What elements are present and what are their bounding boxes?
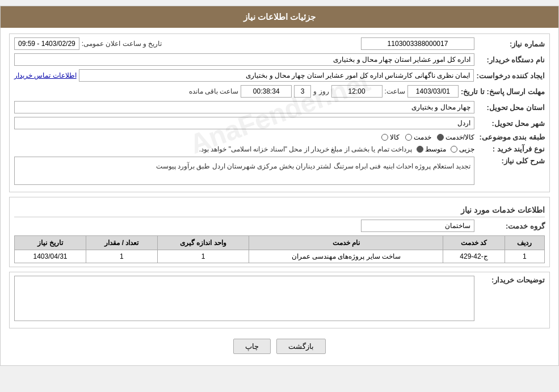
process-jozi-label: جزیی (459, 145, 474, 153)
process-motavasset: متوسط (417, 145, 446, 153)
province-value: چهار محال و بختیاری (14, 101, 474, 113)
category-option-kala: کالا (381, 133, 400, 141)
button-row: بازگشت چاپ (9, 333, 550, 360)
cell-name: ساخت سایر پروژه‌های مهندسی عمران (249, 250, 443, 263)
deadline-days: 3 (294, 85, 311, 98)
service-group-value: ساختمان (361, 220, 474, 232)
cell-row: 1 (505, 250, 544, 263)
back-button[interactable]: بازگشت (276, 339, 326, 354)
buyer-notes-textarea[interactable] (14, 276, 474, 321)
service-group-label: گروه خدمت: (477, 222, 545, 230)
process-motavasset-radio[interactable] (417, 146, 423, 153)
buyer-notes-section: توضیحات خریدار: (9, 272, 550, 328)
row-city: شهر محل تحویل: اردل (14, 117, 545, 129)
buyer-notes-label: توضیحات خریدار: (477, 276, 545, 284)
category-label: طبقه بندی موضوعی: (477, 133, 545, 141)
cell-unit: 1 (157, 250, 249, 263)
page-wrapper: جزئیات اطلاعات نیاز AnaFender.net شماره … (0, 6, 559, 366)
deadline-label: مهلت ارسال پاسخ: تا تاریخ: (461, 87, 545, 96)
row-buyer-notes: توضیحات خریدار: (14, 276, 545, 321)
category-option-khedmat: خدمت (405, 133, 431, 141)
cell-date: 1403/04/31 (15, 250, 86, 263)
creator-value: ایمان نظری ناگهانی کارشناس اداره کل امور… (79, 69, 474, 82)
category-kala-khedmat-radio[interactable] (437, 134, 444, 141)
process-label: نوع فرآیند خرید : (477, 145, 545, 153)
col-quantity: تعداد / مقدار (86, 236, 158, 250)
creator-label: ایجاد کننده درخواست: (476, 71, 545, 80)
col-name: نام خدمت (249, 236, 443, 250)
contact-link[interactable]: اطلاعات تماس خریدار (14, 71, 77, 79)
row-category: طبقه بندی موضوعی: کالا خدمت کالا/خدمت (14, 133, 545, 141)
process-jozi: جزیی (451, 145, 474, 153)
category-kala-radio[interactable] (381, 134, 388, 141)
city-value: اردل (14, 117, 474, 129)
deadline-day-label: روز و (313, 87, 329, 95)
row-description: شرح کلی نیاز: تجدید استعلام پروژه احداث … (14, 157, 545, 185)
table-row: 1 ج-42-429 ساخت سایر پروژه‌های مهندسی عم… (15, 250, 545, 263)
page-header: جزئیات اطلاعات نیاز (1, 6, 558, 28)
content-area: AnaFender.net شماره نیاز: 11030033880000… (1, 28, 558, 365)
col-date: تاریخ نیاز (15, 236, 86, 250)
need-number-value: 1103003388000017 (361, 37, 474, 50)
category-option-kala-khedmat: کالا/خدمت (437, 133, 474, 141)
service-header-row: ردیف کد خدمت نام خدمت واحد اندازه گیری ت… (15, 236, 545, 250)
col-row: ردیف (505, 236, 544, 250)
cell-quantity: 1 (86, 250, 158, 263)
col-code: کد خدمت (443, 236, 505, 250)
province-label: استان محل تحویل: (477, 103, 545, 112)
print-button[interactable]: چاپ (233, 339, 271, 354)
deadline-time: 12:00 (331, 85, 383, 98)
row-creator: ایجاد کننده درخواست: ایمان نظری ناگهانی … (14, 69, 545, 82)
col-unit: واحد اندازه گیری (157, 236, 249, 250)
row-org: نام دستگاه خریدار: اداره کل امور عشایر ا… (14, 53, 545, 66)
service-table-body: 1 ج-42-429 ساخت سایر پروژه‌های مهندسی عم… (15, 250, 545, 263)
process-note: پرداخت تمام یا بخشی از مبلغ خریدار از مح… (199, 145, 412, 153)
service-table: ردیف کد خدمت نام خدمت واحد اندازه گیری ت… (14, 235, 545, 263)
process-motavasset-label: متوسط (425, 145, 446, 153)
service-table-header: ردیف کد خدمت نام خدمت واحد اندازه گیری ت… (15, 236, 545, 250)
org-label: نام دستگاه خریدار: (477, 56, 545, 64)
category-kala-khedmat-label: کالا/خدمت (445, 133, 474, 141)
description-label: شرح کلی نیاز: (477, 157, 545, 165)
announce-value: 1403/02/29 - 09:59 (14, 37, 79, 50)
cell-code: ج-42-429 (443, 250, 505, 263)
row-need-number: شماره نیاز: 1103003388000017 تاریخ و ساع… (14, 37, 545, 50)
city-label: شهر محل تحویل: (477, 119, 545, 128)
services-title: اطلاعات خدمات مورد نیاز (14, 205, 545, 217)
deadline-remaining-label: ساعت باقی مانده (189, 87, 239, 95)
deadline-remaining: 00:38:34 (241, 85, 292, 98)
deadline-time-label: ساعت: (385, 87, 405, 95)
services-section: اطلاعات خدمات مورد نیاز گروه خدمت: ساختم… (9, 197, 550, 267)
process-options-row: جزیی متوسط پرداخت تمام یا بخشی از مبلغ خ… (199, 145, 474, 153)
org-value: اداره کل امور عشایر استان چهار محال و بخ… (14, 53, 474, 66)
row-process: نوع فرآیند خرید : جزیی متوسط پرداخت تمام… (14, 145, 545, 153)
process-jozi-radio[interactable] (451, 146, 457, 153)
category-khedmat-radio[interactable] (405, 134, 412, 141)
row-province: استان محل تحویل: چهار محال و بختیاری (14, 101, 545, 113)
category-radio-group: کالا خدمت کالا/خدمت (381, 133, 474, 141)
row-service-group: گروه خدمت: ساختمان (14, 220, 545, 232)
category-kala-label: کالا (390, 133, 400, 141)
announce-label: تاریخ و ساعت اعلان عمومی: (82, 40, 162, 48)
main-info-section: AnaFender.net شماره نیاز: 11030033880000… (9, 33, 550, 192)
row-deadline: مهلت ارسال پاسخ: تا تاریخ: 1403/03/01 سا… (14, 85, 545, 98)
category-khedmat-label: خدمت (414, 133, 431, 141)
description-value: تجدید استعلام پروژه احداث ابنیه فنی ابرا… (14, 157, 474, 185)
deadline-date: 1403/03/01 (407, 85, 459, 98)
page-title: جزئیات اطلاعات نیاز (243, 12, 316, 22)
need-number-label: شماره نیاز: (477, 40, 545, 48)
